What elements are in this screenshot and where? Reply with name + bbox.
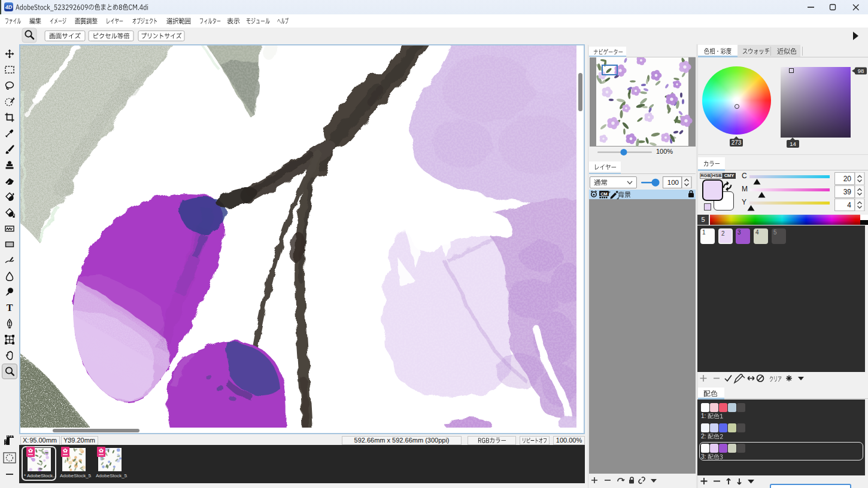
svg-text:273: 273: [732, 139, 742, 146]
svg-text:T: T: [7, 303, 13, 313]
svg-text:98: 98: [858, 68, 864, 74]
svg-text:14: 14: [790, 141, 796, 147]
svg-text:CM: CM: [600, 191, 608, 197]
